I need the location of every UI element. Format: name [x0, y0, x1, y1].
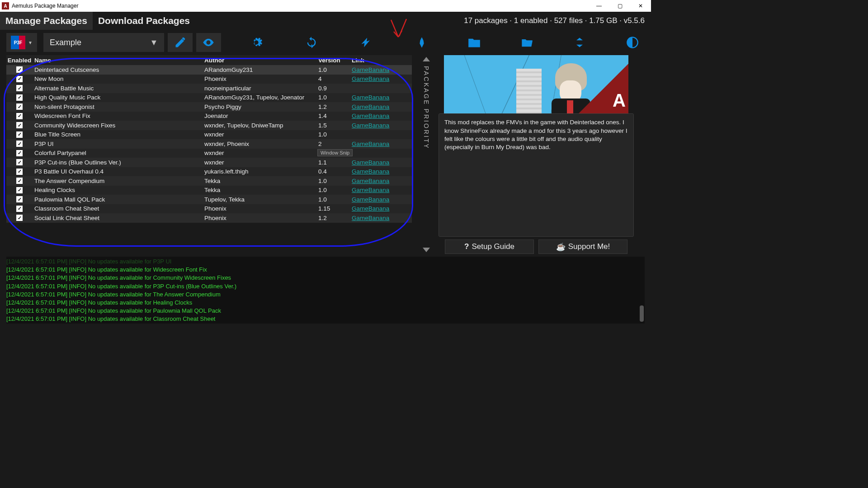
cell-name: Classroom Cheat Sheet: [33, 205, 204, 212]
cell-version: 1.0: [318, 131, 352, 138]
enable-checkbox[interactable]: ✓: [16, 94, 23, 101]
sort-button[interactable]: [567, 33, 592, 52]
cell-name: Widescreen Font Fix: [33, 113, 204, 119]
package-preview-image: A: [444, 55, 628, 113]
package-table: Enabled Name Author Version Link ✓Deinte…: [6, 55, 412, 223]
cell-link[interactable]: GameBanana: [352, 178, 389, 184]
cell-link[interactable]: GameBanana: [352, 187, 389, 193]
cell-link[interactable]: GameBanana: [352, 113, 389, 119]
log-line: [12/4/2021 6:57:01 PM] [INFO] No updates…: [6, 299, 645, 307]
cell-link[interactable]: GameBanana: [352, 122, 389, 129]
enable-checkbox[interactable]: ✓: [16, 169, 23, 175]
cell-version: 1.0: [318, 196, 352, 203]
table-row[interactable]: ✓P3P Cut-ins (Blue Outlines Ver.)wxnder1…: [6, 158, 412, 167]
table-row[interactable]: ✓Healing ClocksTekka1.0GameBanana: [6, 186, 412, 195]
tab-manage-packages[interactable]: Manage Packages: [0, 12, 93, 30]
col-version[interactable]: Version: [318, 57, 352, 64]
table-row[interactable]: ✓Social Link Cheat SheetPhoenix1.2GameBa…: [6, 213, 412, 223]
setup-guide-button[interactable]: ?Setup Guide: [445, 239, 534, 254]
enable-checkbox[interactable]: ✓: [16, 76, 23, 82]
enable-checkbox[interactable]: ✓: [16, 141, 23, 147]
enable-checkbox[interactable]: ✓: [16, 215, 23, 221]
log-line: [12/4/2021 6:57:01 PM] [INFO] No updates…: [6, 315, 645, 323]
cell-link[interactable]: GameBanana: [352, 66, 389, 73]
enable-checkbox[interactable]: ✓: [16, 85, 23, 91]
enable-checkbox[interactable]: ✓: [16, 131, 23, 138]
open-folder-button[interactable]: [514, 33, 539, 52]
cell-version: 0.9: [318, 85, 352, 92]
cell-author: nooneinparticular: [204, 85, 318, 92]
priority-down-button[interactable]: [423, 248, 430, 252]
table-row[interactable]: ✓P3 Battle UI Overhaul 0.4yukaris.left.t…: [6, 167, 412, 177]
enable-checkbox[interactable]: ✓: [16, 187, 23, 193]
table-row[interactable]: ✓Community Widescreen Fixeswxnder, Tupel…: [6, 121, 412, 130]
log-scrollbar[interactable]: [640, 305, 644, 322]
cell-version: 0.4: [318, 168, 352, 175]
table-row[interactable]: ✓New MoonPhoenix4GameBanana: [6, 75, 412, 84]
col-enabled[interactable]: Enabled: [6, 57, 33, 64]
table-row[interactable]: ✓Non-silent ProtagonistPsycho Piggy1.2Ga…: [6, 102, 412, 112]
preview-button[interactable]: [196, 33, 221, 52]
cell-link[interactable]: GameBanana: [352, 168, 389, 175]
table-row[interactable]: ✓Classroom Cheat SheetPhoenix1.15GameBan…: [6, 204, 412, 214]
loadout-selector[interactable]: Example ▼: [43, 33, 164, 52]
refresh-button[interactable]: [299, 33, 324, 52]
table-row[interactable]: ✓Widescreen Font FixJoenator1.4GameBanan…: [6, 112, 412, 121]
launch-button[interactable]: [409, 33, 434, 52]
table-row[interactable]: ✓High Quality Music PackARandomGuy231, T…: [6, 93, 412, 103]
cell-name: Social Link Cheat Sheet: [33, 215, 204, 221]
col-name[interactable]: Name: [33, 57, 204, 64]
log-console[interactable]: [12/4/2021 6:57:01 PM] [INFO] No updates…: [6, 257, 645, 324]
cell-link[interactable]: GameBanana: [352, 94, 389, 101]
enable-checkbox[interactable]: ✓: [16, 113, 23, 119]
support-me-button[interactable]: ☕Support Me!: [538, 239, 627, 254]
cell-link[interactable]: GameBanana: [352, 196, 389, 203]
settings-button[interactable]: [244, 33, 269, 52]
cell-author: Phoenix: [204, 75, 318, 82]
cell-name: Blue Title Screen: [33, 131, 204, 138]
tab-download-packages[interactable]: Download Packages: [93, 12, 195, 30]
col-author[interactable]: Author: [204, 57, 318, 64]
cell-link[interactable]: GameBanana: [352, 205, 389, 212]
priority-up-button[interactable]: [423, 57, 430, 61]
enable-checkbox[interactable]: ✓: [16, 122, 23, 128]
table-row[interactable]: ✓P3P UIwxnder, Phoenix2GameBanana: [6, 139, 412, 149]
cell-version: 1.2: [318, 103, 352, 110]
col-link[interactable]: Link: [352, 57, 412, 64]
edit-loadout-button[interactable]: [168, 33, 193, 52]
new-folder-button[interactable]: [462, 33, 487, 52]
cell-link[interactable]: GameBanana: [352, 103, 389, 110]
enable-checkbox[interactable]: ✓: [16, 103, 23, 110]
cell-link[interactable]: GameBanana: [352, 141, 389, 147]
table-row[interactable]: ✓Alternate Battle Musicnooneinparticular…: [6, 84, 412, 93]
maximize-button[interactable]: ▢: [609, 0, 630, 12]
theme-button[interactable]: [620, 33, 645, 52]
cell-name: P3P UI: [33, 141, 204, 147]
table-row[interactable]: ✓Deinterlaced CutscenesARandomGuy2311.0G…: [6, 65, 412, 75]
cell-name: Alternate Battle Music: [33, 85, 204, 92]
cell-link[interactable]: GameBanana: [352, 159, 389, 166]
table-row[interactable]: ✓Paulownia Mall QOL PackTupelov, Tekka1.…: [6, 195, 412, 204]
enable-checkbox[interactable]: ✓: [16, 150, 23, 156]
cell-link[interactable]: GameBanana: [352, 215, 389, 221]
game-selector[interactable]: P3F ▼: [6, 33, 37, 52]
cell-link[interactable]: GameBanana: [352, 75, 389, 82]
cell-version: 1.4: [318, 113, 352, 119]
close-button[interactable]: ✕: [630, 0, 651, 12]
enable-checkbox[interactable]: ✓: [16, 206, 23, 212]
enable-checkbox[interactable]: ✓: [16, 196, 23, 202]
log-line: [12/4/2021 6:57:01 PM] [INFO] No updates…: [6, 282, 645, 291]
app-icon: A: [2, 2, 9, 9]
package-table-container: Enabled Name Author Version Link ✓Deinte…: [6, 55, 414, 254]
enable-checkbox[interactable]: ✓: [16, 159, 23, 165]
minimize-button[interactable]: —: [589, 0, 609, 12]
enable-checkbox[interactable]: ✓: [16, 66, 23, 73]
table-row[interactable]: ✓The Answer CompendiumTekka1.0GameBanana: [6, 176, 412, 186]
table-row[interactable]: ✓Blue Title Screenwxnder1.0: [6, 130, 412, 140]
log-line: [12/4/2021 6:57:01 PM] [INFO] No updates…: [6, 266, 645, 274]
cell-author: yukaris.left.thigh: [204, 168, 318, 175]
cell-name: Healing Clocks: [33, 187, 204, 193]
build-button[interactable]: [354, 33, 379, 52]
enable-checkbox[interactable]: ✓: [16, 178, 23, 184]
cell-name: P3 Battle UI Overhaul 0.4: [33, 168, 204, 175]
